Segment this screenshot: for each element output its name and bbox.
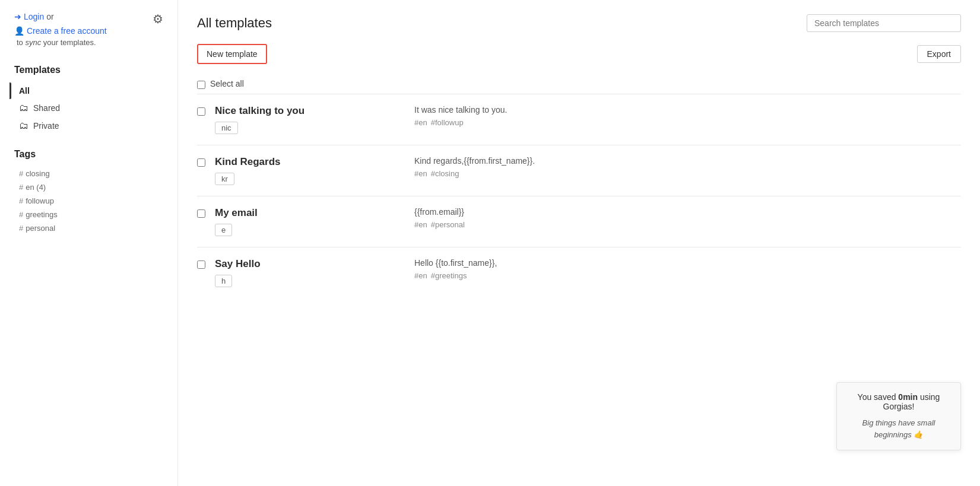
tags-section-title: Tags bbox=[14, 149, 163, 160]
tag-item-greetings[interactable]: # greetings bbox=[14, 208, 163, 221]
template-row: Say Hello h Hello {{to.first_name}}, #en… bbox=[197, 247, 961, 298]
sidebar-item-private-label: Private bbox=[33, 121, 59, 131]
tag-pill[interactable]: #en bbox=[414, 118, 427, 127]
tag-pill[interactable]: #greetings bbox=[431, 271, 467, 280]
select-all-checkbox[interactable] bbox=[197, 81, 205, 89]
template-tags-2: #en #personal bbox=[414, 220, 961, 229]
sidebar-item-private[interactable]: 🗂 Private bbox=[14, 117, 163, 135]
tag-pill[interactable]: #en bbox=[414, 169, 427, 178]
shortcut-badge-1[interactable]: kr bbox=[215, 173, 234, 185]
settings-icon[interactable]: ⚙ bbox=[153, 12, 163, 26]
template-row: Nice talking to you nic It was nice talk… bbox=[197, 94, 961, 145]
template-right-3: Hello {{to.first_name}}, #en #greetings bbox=[414, 258, 961, 280]
template-name-1[interactable]: Kind Regards bbox=[215, 156, 405, 168]
template-preview-0: It was nice talking to you. bbox=[414, 105, 961, 115]
savings-text: You saved 0min using Gorgias! bbox=[846, 392, 951, 411]
search-input[interactable] bbox=[807, 14, 961, 32]
template-right-2: {{from.email}} #en #personal bbox=[414, 207, 961, 229]
shared-folder-icon: 🗂 bbox=[19, 103, 28, 113]
savings-quote: Big things have small beginnings 🤙 bbox=[846, 417, 951, 440]
tag-pill[interactable]: #en bbox=[414, 271, 427, 280]
template-tags-1: #en #closing bbox=[414, 169, 961, 178]
template-name-2[interactable]: My email bbox=[215, 207, 405, 219]
template-preview-2: {{from.email}} bbox=[414, 207, 961, 217]
toolbar: New template Export bbox=[197, 44, 961, 64]
person-icon: 👤 bbox=[14, 26, 24, 36]
template-tags-3: #en #greetings bbox=[414, 271, 961, 280]
template-left-2: My email e bbox=[215, 207, 405, 236]
template-name-3[interactable]: Say Hello bbox=[215, 258, 405, 270]
tag-item-closing[interactable]: # closing bbox=[14, 167, 163, 180]
main-content: All templates New template Export Select… bbox=[178, 0, 980, 486]
templates-list: Nice talking to you nic It was nice talk… bbox=[197, 94, 961, 298]
page-title: All templates bbox=[197, 15, 272, 31]
tag-item-en[interactable]: # en (4) bbox=[14, 180, 163, 194]
template-right-0: It was nice talking to you. #en #followu… bbox=[414, 105, 961, 127]
template-checkbox-2[interactable] bbox=[197, 209, 205, 218]
new-template-button[interactable]: New template bbox=[197, 44, 267, 64]
template-name-0[interactable]: Nice talking to you bbox=[215, 105, 405, 117]
select-all-label[interactable]: Select all bbox=[210, 79, 244, 88]
login-arrow-icon: ➜ bbox=[14, 12, 21, 21]
tag-pill[interactable]: #closing bbox=[431, 169, 459, 178]
sidebar-item-all-label: All bbox=[19, 86, 30, 96]
tag-pill[interactable]: #en bbox=[414, 220, 427, 229]
tag-item-followup[interactable]: # followup bbox=[14, 194, 163, 208]
template-checkbox-0[interactable] bbox=[197, 107, 205, 116]
tag-pill[interactable]: #followup bbox=[431, 118, 464, 127]
template-checkbox-1[interactable] bbox=[197, 158, 205, 167]
select-all-row: Select all bbox=[197, 74, 961, 94]
template-row: My email e {{from.email}} #en #personal bbox=[197, 196, 961, 247]
sidebar-nav: All 🗂 Shared 🗂 Private bbox=[14, 82, 163, 135]
tags-section: Tags # closing # en (4) # followup # gre… bbox=[14, 149, 163, 235]
tag-item-personal[interactable]: # personal bbox=[14, 221, 163, 235]
shortcut-badge-2[interactable]: e bbox=[215, 224, 232, 236]
templates-section-title: Templates bbox=[14, 65, 163, 75]
sidebar-item-shared[interactable]: 🗂 Shared bbox=[14, 99, 163, 117]
create-account-link[interactable]: 👤 Create a free account bbox=[14, 26, 107, 36]
export-button[interactable]: Export bbox=[917, 45, 961, 63]
sidebar: ➜ Login or 👤 Create a free account to sy… bbox=[0, 0, 178, 486]
tag-pill[interactable]: #personal bbox=[431, 220, 465, 229]
template-left-1: Kind Regards kr bbox=[215, 156, 405, 185]
login-link[interactable]: ➜ Login bbox=[14, 12, 44, 21]
shortcut-badge-3[interactable]: h bbox=[215, 275, 232, 287]
main-header: All templates bbox=[197, 14, 961, 32]
template-tags-0: #en #followup bbox=[414, 118, 961, 127]
shortcut-badge-0[interactable]: nic bbox=[215, 122, 238, 134]
savings-popup: You saved 0min using Gorgias! Big things… bbox=[836, 382, 961, 450]
template-preview-1: Kind regards,{{from.first_name}}. bbox=[414, 156, 961, 166]
template-left-3: Say Hello h bbox=[215, 258, 405, 287]
sidebar-item-all[interactable]: All bbox=[14, 82, 163, 99]
template-right-1: Kind regards,{{from.first_name}}. #en #c… bbox=[414, 156, 961, 178]
template-preview-3: Hello {{to.first_name}}, bbox=[414, 258, 961, 268]
template-left-0: Nice talking to you nic bbox=[215, 105, 405, 134]
template-checkbox-3[interactable] bbox=[197, 261, 205, 269]
private-folder-icon: 🗂 bbox=[19, 120, 28, 131]
template-row: Kind Regards kr Kind regards,{{from.firs… bbox=[197, 145, 961, 196]
sidebar-item-shared-label: Shared bbox=[33, 103, 60, 113]
